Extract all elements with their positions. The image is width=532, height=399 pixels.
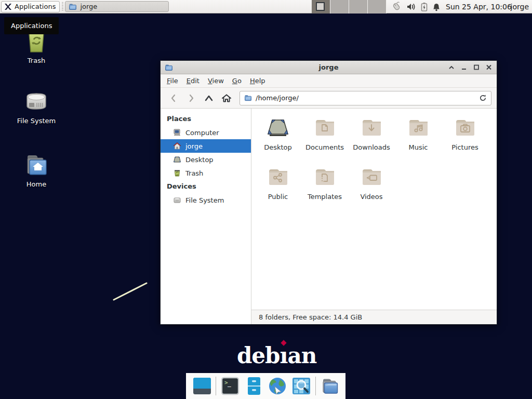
desktop-special-icon (265, 115, 290, 140)
xorg-logo-icon (4, 3, 12, 11)
statusbar: 8 folders, Free space: 14.4 GiB (251, 310, 497, 324)
forward-button[interactable] (183, 90, 199, 106)
back-button[interactable] (166, 90, 181, 106)
up-button[interactable] (201, 90, 217, 106)
location-bar[interactable]: /home/jorge/ (240, 91, 491, 105)
debian-wordmark: debıan (237, 343, 316, 368)
close-button[interactable] (485, 63, 493, 71)
desktop-icon (173, 155, 181, 164)
menu-help[interactable]: Help (246, 75, 270, 87)
mouse-icon[interactable] (391, 2, 402, 12)
applications-menu-button[interactable]: Applications (1, 1, 60, 12)
notifications-bell-icon[interactable] (432, 3, 441, 11)
window-controls (447, 63, 493, 71)
dock-separator (315, 377, 316, 395)
folder-grid: Desktop Documents (251, 109, 497, 310)
hard-drive-icon (173, 196, 181, 204)
top-panel: Applications jorge (0, 0, 532, 14)
pointer-line-artifact (111, 280, 150, 303)
window-titlebar[interactable]: jorge (161, 61, 497, 74)
menu-view[interactable]: View (204, 75, 228, 87)
volume-icon[interactable] (407, 3, 416, 11)
panel-clock[interactable]: Sun 25 Apr, 10:06 (446, 0, 512, 14)
status-text: 8 folders, Free space: 14.4 GiB (259, 313, 362, 321)
minimize-button[interactable] (460, 63, 468, 71)
file-cabinet-launcher[interactable] (244, 376, 264, 396)
folder-item-desktop[interactable]: Desktop (255, 115, 301, 164)
desktop-icon-label: Trash (28, 57, 45, 64)
battery-icon[interactable] (421, 2, 428, 11)
folder-item-videos[interactable]: Videos (348, 164, 395, 214)
workspace-1[interactable] (312, 0, 330, 14)
folder-label: Pictures (451, 143, 478, 151)
pictures-folder-icon (453, 115, 477, 140)
music-folder-icon (406, 115, 431, 140)
folder-item-documents[interactable]: Documents (301, 115, 348, 164)
terminal-icon: > _ (220, 376, 240, 396)
sidebar-item-label: Computer (185, 129, 219, 137)
folder-label: Downloads (353, 143, 390, 151)
menubar: File Edit View Go Help (161, 74, 497, 88)
taskbar-window-button[interactable]: jorge (65, 1, 169, 12)
folder-label: Music (409, 143, 428, 151)
desktop-icon-filesystem[interactable]: File System (11, 88, 61, 125)
folder-icon (69, 3, 77, 11)
sidebar-item-label: Desktop (185, 156, 214, 164)
file-cabinet-icon (244, 376, 264, 396)
folder-item-templates[interactable]: Templates (301, 164, 348, 214)
shade-button[interactable] (447, 63, 455, 71)
file-view: Desktop Documents (251, 109, 497, 324)
window-body: Places Computer jorge (161, 109, 497, 324)
show-desktop-launcher[interactable] (192, 376, 212, 396)
file-manager-launcher[interactable] (320, 376, 339, 396)
applications-tooltip: Applications (4, 17, 59, 34)
workspace-2[interactable] (330, 0, 349, 14)
folder-item-public[interactable]: Public (255, 164, 301, 214)
sidebar-item-trash[interactable]: Trash (161, 166, 251, 180)
file-manager-folder-icon (320, 376, 339, 396)
reload-icon[interactable] (479, 94, 487, 102)
maximize-button[interactable] (472, 63, 480, 71)
home-icon (173, 142, 181, 150)
sidebar-item-label: jorge (185, 142, 203, 150)
home-folder-icon (23, 152, 50, 178)
menu-edit[interactable]: Edit (182, 75, 204, 87)
sidebar: Places Computer jorge (161, 109, 251, 324)
folder-item-pictures[interactable]: Pictures (442, 115, 488, 164)
sidebar-item-home[interactable]: jorge (161, 139, 251, 153)
menu-file[interactable]: File (163, 75, 182, 87)
desktop-icon-home[interactable]: Home (11, 152, 61, 188)
workspace-4[interactable] (368, 0, 387, 14)
location-path[interactable]: /home/jorge/ (256, 94, 475, 102)
desktop-icon-label: File System (17, 117, 56, 125)
panel-separator-handle[interactable] (61, 2, 64, 11)
sidebar-item-computer[interactable]: Computer (161, 126, 251, 139)
menu-go[interactable]: Go (228, 75, 246, 87)
sidebar-item-desktop[interactable]: Desktop (161, 153, 251, 166)
applications-menu-label: Applications (15, 3, 56, 10)
application-finder-launcher[interactable] (291, 376, 311, 396)
svg-text:_: _ (228, 380, 231, 387)
workspace-3[interactable] (349, 0, 368, 14)
home-button[interactable] (219, 90, 234, 106)
web-browser-globe-icon (268, 376, 287, 396)
folder-label: Public (268, 193, 288, 201)
workspace-switcher (312, 0, 387, 14)
dock-separator (216, 377, 216, 395)
folder-icon (244, 94, 252, 102)
trash-icon (173, 169, 181, 177)
downloads-folder-icon (359, 115, 384, 140)
folder-item-music[interactable]: Music (395, 115, 442, 164)
web-browser-launcher[interactable] (268, 376, 287, 396)
documents-folder-icon (312, 115, 337, 140)
terminal-launcher[interactable]: > _ (220, 376, 240, 396)
system-tray (391, 0, 441, 14)
show-desktop-icon (192, 376, 212, 396)
sidebar-item-label: Trash (185, 169, 203, 177)
panel-username[interactable]: jorge (511, 0, 529, 14)
taskbar-window-label: jorge (80, 3, 97, 10)
folder-item-downloads[interactable]: Downloads (348, 115, 395, 164)
window-title: jorge (161, 63, 497, 71)
sidebar-item-filesystem[interactable]: File System (161, 193, 251, 207)
folder-label: Desktop (264, 143, 292, 151)
